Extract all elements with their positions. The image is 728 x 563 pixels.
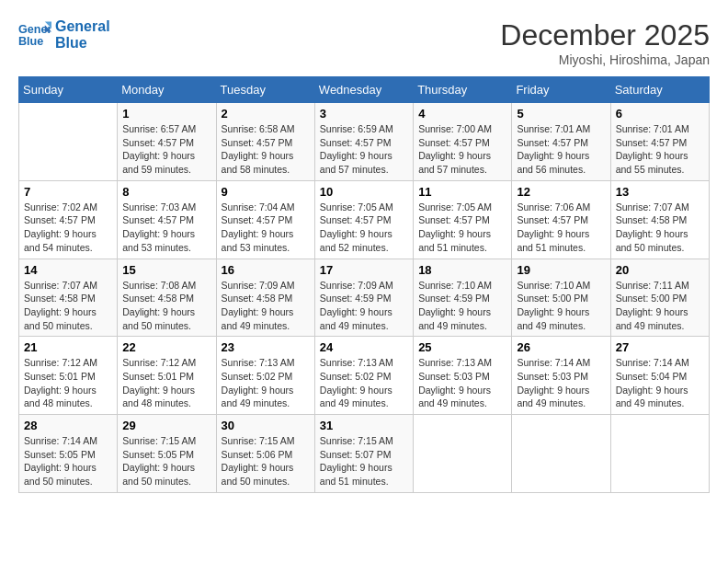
day-info: Sunrise: 7:13 AM Sunset: 5:02 PM Dayligh… [320, 356, 408, 410]
day-number: 24 [320, 340, 408, 354]
calendar-cell: 23Sunrise: 7:13 AM Sunset: 5:02 PM Dayli… [216, 337, 314, 415]
logo-line2: Blue [55, 35, 110, 52]
calendar-cell: 5Sunrise: 7:01 AM Sunset: 4:57 PM Daylig… [512, 103, 610, 181]
calendar-week-1: 1Sunrise: 6:57 AM Sunset: 4:57 PM Daylig… [19, 103, 710, 181]
day-info: Sunrise: 7:15 AM Sunset: 5:05 PM Dayligh… [122, 434, 210, 488]
day-info: Sunrise: 7:11 AM Sunset: 5:00 PM Dayligh… [616, 279, 704, 333]
calendar-week-3: 14Sunrise: 7:07 AM Sunset: 4:58 PM Dayli… [19, 259, 710, 337]
title-area: December 2025 Miyoshi, Hiroshima, Japan [500, 18, 710, 67]
calendar-cell [19, 103, 118, 181]
weekday-header-tuesday: Tuesday [216, 77, 314, 103]
calendar-cell: 29Sunrise: 7:15 AM Sunset: 5:05 PM Dayli… [118, 415, 216, 493]
day-info: Sunrise: 7:10 AM Sunset: 5:00 PM Dayligh… [517, 279, 605, 333]
calendar-cell: 10Sunrise: 7:05 AM Sunset: 4:57 PM Dayli… [314, 180, 413, 259]
day-number: 25 [418, 340, 506, 354]
weekday-header-monday: Monday [118, 77, 216, 103]
day-number: 18 [418, 263, 506, 277]
svg-text:Blue: Blue [18, 35, 43, 48]
day-info: Sunrise: 7:01 AM Sunset: 4:57 PM Dayligh… [616, 122, 704, 177]
calendar-cell: 6Sunrise: 7:01 AM Sunset: 4:57 PM Daylig… [610, 103, 709, 181]
calendar-week-5: 28Sunrise: 7:14 AM Sunset: 5:05 PM Dayli… [19, 415, 710, 493]
calendar-cell: 22Sunrise: 7:12 AM Sunset: 5:01 PM Dayli… [118, 337, 216, 415]
calendar-cell: 3Sunrise: 6:59 AM Sunset: 4:57 PM Daylig… [314, 103, 413, 181]
calendar-cell: 28Sunrise: 7:14 AM Sunset: 5:05 PM Dayli… [19, 415, 118, 493]
calendar-cell: 16Sunrise: 7:09 AM Sunset: 4:58 PM Dayli… [216, 259, 314, 337]
day-number: 13 [616, 185, 704, 199]
calendar-cell: 17Sunrise: 7:09 AM Sunset: 4:59 PM Dayli… [314, 259, 413, 337]
day-number: 20 [616, 263, 704, 277]
calendar-cell: 8Sunrise: 7:03 AM Sunset: 4:57 PM Daylig… [118, 180, 216, 259]
weekday-header-thursday: Thursday [414, 77, 512, 103]
calendar-cell: 13Sunrise: 7:07 AM Sunset: 4:58 PM Dayli… [610, 180, 709, 259]
day-number: 7 [24, 185, 112, 199]
day-number: 17 [320, 263, 408, 277]
location: Miyoshi, Hiroshima, Japan [500, 52, 710, 67]
day-info: Sunrise: 7:15 AM Sunset: 5:06 PM Dayligh… [222, 434, 310, 488]
day-number: 27 [616, 340, 704, 354]
day-number: 9 [222, 185, 310, 199]
calendar-cell: 21Sunrise: 7:12 AM Sunset: 5:01 PM Dayli… [19, 337, 118, 415]
calendar-cell: 2Sunrise: 6:58 AM Sunset: 4:57 PM Daylig… [216, 103, 314, 181]
day-info: Sunrise: 7:09 AM Sunset: 4:58 PM Dayligh… [222, 279, 310, 333]
calendar-cell: 31Sunrise: 7:15 AM Sunset: 5:07 PM Dayli… [314, 415, 413, 493]
calendar-cell: 27Sunrise: 7:14 AM Sunset: 5:04 PM Dayli… [610, 337, 709, 415]
day-number: 15 [122, 263, 210, 277]
day-number: 10 [320, 185, 408, 199]
day-number: 23 [222, 340, 310, 354]
day-info: Sunrise: 6:59 AM Sunset: 4:57 PM Dayligh… [320, 122, 408, 177]
calendar-cell: 15Sunrise: 7:08 AM Sunset: 4:58 PM Dayli… [118, 259, 216, 337]
day-info: Sunrise: 7:14 AM Sunset: 5:03 PM Dayligh… [517, 356, 605, 410]
logo: General Blue General Blue [18, 18, 110, 52]
day-info: Sunrise: 7:13 AM Sunset: 5:02 PM Dayligh… [222, 356, 310, 410]
day-info: Sunrise: 7:12 AM Sunset: 5:01 PM Dayligh… [122, 356, 210, 410]
day-info: Sunrise: 7:06 AM Sunset: 4:57 PM Dayligh… [517, 201, 605, 255]
day-info: Sunrise: 7:09 AM Sunset: 4:59 PM Dayligh… [320, 279, 408, 333]
day-info: Sunrise: 6:58 AM Sunset: 4:57 PM Dayligh… [222, 122, 310, 177]
day-number: 6 [616, 107, 704, 121]
day-number: 14 [24, 263, 112, 277]
day-info: Sunrise: 7:10 AM Sunset: 4:59 PM Dayligh… [418, 279, 506, 333]
calendar-cell: 7Sunrise: 7:02 AM Sunset: 4:57 PM Daylig… [19, 180, 118, 259]
calendar-cell: 1Sunrise: 6:57 AM Sunset: 4:57 PM Daylig… [118, 103, 216, 181]
calendar-cell: 25Sunrise: 7:13 AM Sunset: 5:03 PM Dayli… [414, 337, 512, 415]
day-number: 28 [24, 419, 112, 432]
calendar-cell: 24Sunrise: 7:13 AM Sunset: 5:02 PM Dayli… [314, 337, 413, 415]
day-info: Sunrise: 7:08 AM Sunset: 4:58 PM Dayligh… [122, 279, 210, 333]
day-info: Sunrise: 7:03 AM Sunset: 4:57 PM Dayligh… [122, 201, 210, 255]
logo-icon: General Blue [18, 18, 51, 52]
day-info: Sunrise: 7:14 AM Sunset: 5:04 PM Dayligh… [616, 356, 704, 410]
calendar-cell [414, 415, 512, 493]
day-number: 21 [24, 340, 112, 354]
day-number: 16 [222, 263, 310, 277]
calendar-cell: 18Sunrise: 7:10 AM Sunset: 4:59 PM Dayli… [414, 259, 512, 337]
page-header: General Blue General Blue December 2025 … [18, 18, 710, 67]
day-info: Sunrise: 7:01 AM Sunset: 4:57 PM Dayligh… [517, 122, 605, 177]
day-number: 2 [222, 107, 310, 121]
weekday-header-friday: Friday [512, 77, 610, 103]
calendar-cell [512, 415, 610, 493]
day-number: 31 [320, 419, 408, 432]
day-info: Sunrise: 7:15 AM Sunset: 5:07 PM Dayligh… [320, 434, 408, 488]
day-number: 19 [517, 263, 605, 277]
calendar-cell: 19Sunrise: 7:10 AM Sunset: 5:00 PM Dayli… [512, 259, 610, 337]
day-number: 5 [517, 107, 605, 121]
calendar-cell: 12Sunrise: 7:06 AM Sunset: 4:57 PM Dayli… [512, 180, 610, 259]
day-number: 1 [122, 107, 210, 121]
day-info: Sunrise: 6:57 AM Sunset: 4:57 PM Dayligh… [122, 122, 210, 177]
calendar-cell: 11Sunrise: 7:05 AM Sunset: 4:57 PM Dayli… [414, 180, 512, 259]
day-number: 4 [418, 107, 506, 121]
day-info: Sunrise: 7:04 AM Sunset: 4:57 PM Dayligh… [222, 201, 310, 255]
calendar-week-2: 7Sunrise: 7:02 AM Sunset: 4:57 PM Daylig… [19, 180, 710, 259]
day-info: Sunrise: 7:05 AM Sunset: 4:57 PM Dayligh… [418, 201, 506, 255]
day-info: Sunrise: 7:02 AM Sunset: 4:57 PM Dayligh… [24, 201, 112, 255]
day-number: 8 [122, 185, 210, 199]
weekday-header-saturday: Saturday [610, 77, 709, 103]
day-info: Sunrise: 7:13 AM Sunset: 5:03 PM Dayligh… [418, 356, 506, 410]
day-info: Sunrise: 7:12 AM Sunset: 5:01 PM Dayligh… [24, 356, 112, 410]
calendar-cell: 14Sunrise: 7:07 AM Sunset: 4:58 PM Dayli… [19, 259, 118, 337]
calendar-cell [610, 415, 709, 493]
month-title: December 2025 [500, 18, 710, 52]
day-info: Sunrise: 7:00 AM Sunset: 4:57 PM Dayligh… [418, 122, 506, 177]
calendar-cell: 20Sunrise: 7:11 AM Sunset: 5:00 PM Dayli… [610, 259, 709, 337]
day-number: 12 [517, 185, 605, 199]
